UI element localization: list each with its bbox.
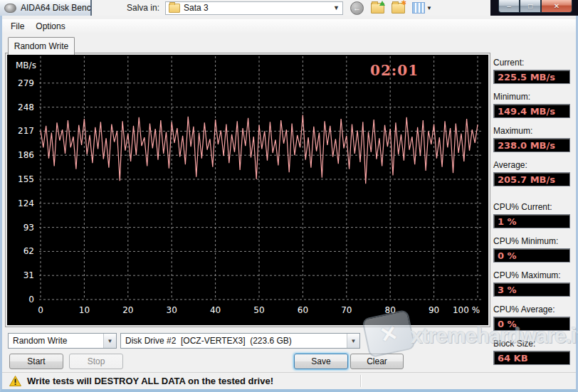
y-axis-tick-label: 31 <box>11 270 34 280</box>
test-type-value: Random Write <box>9 336 103 346</box>
new-folder-icon[interactable]: ✱ <box>392 3 405 14</box>
benchmark-chart: MB/s 02:01 27924821718615512493623100102… <box>7 55 488 325</box>
stat-value: 149.4 MB/s <box>493 104 570 118</box>
x-axis-tick-label: 40 <box>210 305 221 315</box>
save-location-value: Sata 3 <box>184 3 330 13</box>
chevron-down-icon: ▼ <box>333 4 340 11</box>
y-axis-tick-label: 0 <box>11 295 34 304</box>
stat-label: Current: <box>493 58 577 68</box>
view-menu-caret-icon[interactable]: ▼ <box>426 5 432 11</box>
test-type-select[interactable]: Random Write ▼ <box>8 333 117 349</box>
stat-cpu-minimum: CPU% Minimum: 0 % <box>493 236 577 263</box>
window-title: AIDA64 Disk Bench <box>21 3 90 13</box>
save-location-combobox[interactable]: Sata 3 ▼ <box>165 1 343 15</box>
clear-button[interactable]: Clear <box>350 354 404 369</box>
stat-value: 64 KB <box>493 351 570 365</box>
chevron-down-icon[interactable]: ▼ <box>347 334 359 348</box>
stat-label: Minimum: <box>493 92 577 102</box>
stat-cpu-maximum: CPU% Maximum: 3 % <box>493 270 577 297</box>
back-icon[interactable]: ← <box>350 1 364 15</box>
stat-label: CPU% Current: <box>493 202 577 212</box>
save-button[interactable]: Save <box>294 354 348 369</box>
maximize-button[interactable]: □ <box>520 0 541 13</box>
status-bar: Write tests will DESTROY ALL DATA on the… <box>2 372 576 389</box>
menu-bar: File Options <box>2 19 576 33</box>
disk-drive-select[interactable]: Disk Drive #2 [OCZ-VERTEX3] (223.6 GB) ▼ <box>120 333 360 349</box>
x-axis-tick-label: 90 <box>429 305 439 315</box>
start-button[interactable]: Start <box>9 354 63 369</box>
chevron-down-icon[interactable]: ▼ <box>103 334 116 348</box>
view-menu-icon[interactable] <box>412 2 425 14</box>
tab-random-write[interactable]: Random Write <box>8 37 75 55</box>
statusbar-divider <box>360 375 361 387</box>
warning-text: Write tests will DESTROY ALL DATA on the… <box>27 376 273 386</box>
stat-minimum: Minimum: 149.4 MB/s <box>493 92 577 118</box>
stat-value: 3 % <box>493 282 570 297</box>
y-axis-tick-label: 93 <box>11 223 34 233</box>
stat-label: Average: <box>493 160 577 170</box>
x-axis-tick-label: 20 <box>122 305 133 315</box>
stat-value: 0 % <box>493 248 570 263</box>
stat-block-size: Block Size: 64 KB <box>493 339 577 365</box>
x-axis-tick-label: 50 <box>253 305 264 315</box>
stat-cpu-average: CPU% Average: 0 % <box>493 304 577 331</box>
close-button[interactable]: ✕ <box>541 0 572 13</box>
stat-value: 238.0 MB/s <box>493 138 570 152</box>
stat-value: 0 % <box>493 317 570 331</box>
y-axis-tick-label: 62 <box>11 246 34 256</box>
x-axis-tick-label: 60 <box>298 305 308 315</box>
stat-average: Average: 205.7 MB/s <box>493 160 577 186</box>
warning-icon <box>9 376 21 386</box>
stat-value: 205.7 MB/s <box>493 172 570 186</box>
aida64-titlebar-fragment: AIDA64 Disk Bench <box>0 0 92 16</box>
stat-cpu-current: CPU% Current: 1 % <box>493 202 577 228</box>
stat-label: Maximum: <box>493 126 577 136</box>
aida64-app-icon <box>4 4 16 13</box>
x-axis-tick-label: 80 <box>385 305 396 315</box>
stat-label: CPU% Average: <box>493 304 577 314</box>
folder-icon <box>169 4 180 13</box>
benchmark-chart-panel: MB/s 02:01 27924821718615512493623100102… <box>6 53 490 327</box>
y-axis-tick-label: 279 <box>11 78 34 88</box>
stat-label: Block Size: <box>493 339 577 349</box>
stat-current: Current: 225.5 MB/s <box>493 58 577 84</box>
aida64-disk-benchmark-screen: AIDA64 Disk Bench Salva in: Sata 3 ▼ ← ✱… <box>0 0 578 392</box>
menu-file[interactable]: File <box>5 20 30 33</box>
save-dialog-toolbar: Salva in: Sata 3 ▼ ← ✱ ▼ <box>93 0 490 16</box>
elapsed-time: 02:01 <box>370 62 419 79</box>
chart-canvas <box>7 55 488 325</box>
save-in-label: Salva in: <box>127 3 159 13</box>
folder-up-icon[interactable] <box>371 3 384 14</box>
y-axis-tick-label: 248 <box>11 102 34 112</box>
disk-drive-value: Disk Drive #2 [OCZ-VERTEX3] (223.6 GB) <box>121 336 347 346</box>
x-axis-tick-label: 30 <box>167 305 177 315</box>
benchmark-window-body: File Options Random Write MB/s 02:01 279… <box>0 16 578 392</box>
stat-value: 225.5 MB/s <box>493 70 570 84</box>
minimize-button[interactable]: – <box>498 0 520 13</box>
background-titlebar: – □ ✕ <box>490 0 578 16</box>
y-axis-tick-label: 155 <box>11 174 34 184</box>
x-axis-tick-label: 10 <box>79 305 90 315</box>
stop-button[interactable]: Stop <box>69 354 123 369</box>
stat-value: 1 % <box>493 214 570 228</box>
stat-label: CPU% Maximum: <box>493 270 577 280</box>
x-axis-tick-label: 70 <box>341 305 352 315</box>
stat-maximum: Maximum: 238.0 MB/s <box>493 126 577 152</box>
x-axis-tick-label: 100 % <box>453 305 480 315</box>
y-axis-unit-label: MB/s <box>16 60 36 70</box>
menu-options[interactable]: Options <box>30 20 70 33</box>
y-axis-tick-label: 186 <box>11 150 34 160</box>
stats-panel: Current: 225.5 MB/s Minimum: 149.4 MB/s … <box>493 50 577 365</box>
y-axis-tick-label: 124 <box>11 198 34 208</box>
stat-label: CPU% Minimum: <box>493 236 577 246</box>
x-axis-tick-label: 0 <box>38 305 43 315</box>
y-axis-tick-label: 217 <box>11 126 34 136</box>
